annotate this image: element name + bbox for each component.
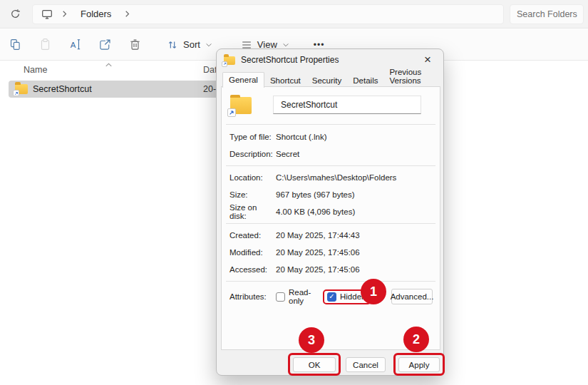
address-bar[interactable]: Folders <box>32 4 504 24</box>
navigation-bar: Folders Search Folders <box>0 0 588 29</box>
refresh-button[interactable] <box>4 4 26 25</box>
cancel-button[interactable]: Cancel <box>346 357 386 372</box>
tab-previous-versions[interactable]: Previous Versions <box>383 65 443 87</box>
readonly-checkbox-group[interactable]: Read-only <box>276 288 320 305</box>
advanced-button[interactable]: Advanced... <box>391 289 433 304</box>
sort-label: Sort <box>183 39 200 50</box>
field-description: Description: Secret <box>222 145 440 163</box>
field-value: 20 May 2025, 17:44:43 <box>276 231 360 240</box>
field-label: Accessed: <box>229 265 276 274</box>
properties-dialog: SecretShortcut Properties × General Shor… <box>216 48 444 376</box>
search-input[interactable]: Search Folders <box>510 4 584 24</box>
ok-button[interactable]: OK <box>293 357 336 372</box>
file-name-label: SecretShortcut <box>33 84 92 94</box>
field-accessed: Accessed: 20 May 2025, 17:45:06 <box>222 261 440 278</box>
copy-icon <box>9 38 22 51</box>
hidden-checkbox[interactable]: ✓ <box>327 292 336 302</box>
folder-shortcut-icon <box>224 56 235 65</box>
share-icon <box>98 38 112 51</box>
folder-shortcut-icon <box>15 84 28 94</box>
delete-button[interactable] <box>120 33 150 57</box>
chevron-right-icon <box>124 10 130 18</box>
field-value: 20 May 2025, 17:45:06 <box>276 265 360 274</box>
file-date-label: 20- <box>203 84 216 94</box>
file-name-input[interactable]: SecretShortcut <box>273 96 421 114</box>
readonly-checkbox[interactable] <box>276 292 285 302</box>
field-label: Location: <box>229 173 276 182</box>
field-value: Secret <box>276 150 299 158</box>
divider <box>226 165 435 166</box>
share-button[interactable] <box>90 33 120 57</box>
chevron-down-icon <box>282 42 289 48</box>
copy-button[interactable] <box>0 33 30 57</box>
svg-text:A: A <box>70 41 76 49</box>
sort-icon <box>167 39 178 51</box>
refresh-icon <box>10 9 21 19</box>
tab-details[interactable]: Details <box>347 73 383 87</box>
field-label: Type of file: <box>229 133 276 141</box>
field-size: Size: 967 bytes (967 bytes) <box>222 186 440 203</box>
readonly-label: Read-only <box>289 288 320 305</box>
divider <box>226 223 435 224</box>
sort-ascending-icon <box>105 62 113 68</box>
trash-icon <box>128 38 142 51</box>
folder-shortcut-icon <box>230 97 252 114</box>
divider <box>226 281 435 282</box>
chevron-right-icon <box>61 10 68 18</box>
tab-security[interactable]: Security <box>306 73 348 87</box>
field-value: Shortcut (.lnk) <box>276 133 327 141</box>
chevron-down-icon <box>205 42 212 48</box>
dialog-title: SecretShortcut Properties <box>241 55 339 65</box>
column-header-date[interactable]: Dat <box>203 65 217 75</box>
field-value: 4.00 KB (4,096 bytes) <box>276 207 355 216</box>
field-location: Location: C:\Users\mahes\Desktop\Folders <box>222 169 440 186</box>
field-label: Description: <box>229 150 276 158</box>
general-tab-page: SecretShortcut Type of file: Shortcut (.… <box>221 86 440 350</box>
sort-button[interactable]: Sort <box>161 33 218 57</box>
paste-button <box>30 33 60 57</box>
field-label: Size on disk: <box>229 203 276 220</box>
field-created: Created: 20 May 2025, 17:44:43 <box>222 227 440 244</box>
file-row-secretshortcut[interactable]: SecretShortcut 20- <box>9 81 217 98</box>
field-value: 967 bytes (967 bytes) <box>276 190 355 199</box>
field-value: C:\Users\mahes\Desktop\Folders <box>276 173 396 182</box>
breadcrumb-folders[interactable]: Folders <box>76 7 115 21</box>
tab-shortcut[interactable]: Shortcut <box>264 73 306 87</box>
annotation-step-2: 2 <box>403 327 429 352</box>
annotation-step-1: 1 <box>361 279 386 304</box>
tab-general[interactable]: General <box>222 72 264 88</box>
field-label: Modified: <box>229 248 276 257</box>
rename-icon: A <box>68 38 82 51</box>
divider <box>226 124 435 125</box>
field-value: 20 May 2025, 17:45:06 <box>276 248 360 257</box>
this-pc-icon[interactable] <box>41 9 53 20</box>
field-label: Size: <box>229 190 276 199</box>
attributes-row: Attributes: Read-only ✓ Hidden Advanced.… <box>222 286 440 307</box>
rename-button[interactable]: A <box>60 33 90 57</box>
field-label: Created: <box>229 231 276 240</box>
annotation-step-3: 3 <box>299 327 324 353</box>
column-header-name[interactable]: Name <box>24 65 47 75</box>
dialog-tabs: General Shortcut Security Details Previo… <box>222 72 443 87</box>
apply-button[interactable]: Apply <box>398 357 440 372</box>
field-size-on-disk: Size on disk: 4.00 KB (4,096 bytes) <box>222 203 440 220</box>
field-modified: Modified: 20 May 2025, 17:45:06 <box>222 244 440 261</box>
field-type-of-file: Type of file: Shortcut (.lnk) <box>222 128 440 145</box>
check-icon: ✓ <box>329 293 334 300</box>
field-label: Attributes: <box>229 292 276 301</box>
paste-icon <box>38 38 52 51</box>
